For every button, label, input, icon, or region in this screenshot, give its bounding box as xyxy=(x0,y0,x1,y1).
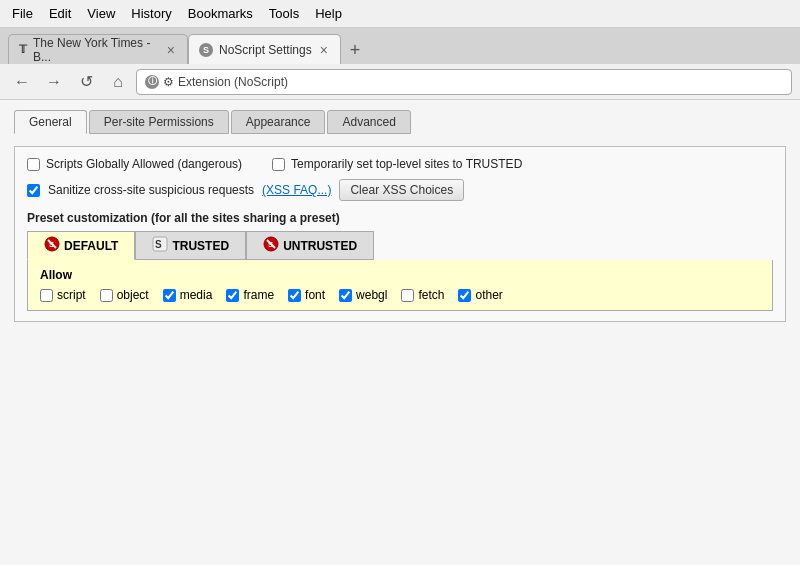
allow-other-checkbox[interactable] xyxy=(458,289,471,302)
xss-faq-link[interactable]: (XSS FAQ...) xyxy=(262,183,331,197)
allow-item-webgl: webgl xyxy=(339,288,387,302)
address-extension-icon: ⚙ xyxy=(163,75,174,89)
menu-history[interactable]: History xyxy=(123,4,179,23)
preset-default-blocked-icon: S xyxy=(44,236,60,255)
menu-help[interactable]: Help xyxy=(307,4,350,23)
clear-xss-button[interactable]: Clear XSS Choices xyxy=(339,179,464,201)
preset-tab-trusted-label: TRUSTED xyxy=(172,239,229,253)
allow-title: Allow xyxy=(40,268,760,282)
scripts-globally-label: Scripts Globally Allowed (dangerous) xyxy=(46,157,242,171)
allow-item-fetch: fetch xyxy=(401,288,444,302)
allow-media-checkbox[interactable] xyxy=(163,289,176,302)
temp-trusted-label: Temporarily set top-level sites to TRUST… xyxy=(291,157,522,171)
sanitize-checkbox[interactable] xyxy=(27,184,40,197)
svg-text:S: S xyxy=(49,240,55,249)
tab-noscript[interactable]: S NoScript Settings × xyxy=(188,34,341,64)
tab-general[interactable]: General xyxy=(14,110,87,134)
preset-tabs: S DEFAULT S TRUSTED xyxy=(27,231,773,260)
allow-script-checkbox[interactable] xyxy=(40,289,53,302)
back-button[interactable]: ← xyxy=(8,68,36,96)
svg-text:S: S xyxy=(155,239,162,250)
tab-appearance[interactable]: Appearance xyxy=(231,110,326,134)
allow-item-other: other xyxy=(458,288,502,302)
preset-tab-default-label: DEFAULT xyxy=(64,239,118,253)
settings-page: General Per-site Permissions Appearance … xyxy=(0,100,800,565)
svg-text:S: S xyxy=(268,240,274,249)
tab-nyt-close[interactable]: × xyxy=(165,42,177,58)
tab-nyt[interactable]: 𝕋 The New York Times - B... × xyxy=(8,34,188,64)
scripts-globally-row: Scripts Globally Allowed (dangerous) xyxy=(27,157,242,171)
preset-tab-default[interactable]: S DEFAULT xyxy=(27,231,135,260)
allow-item-media: media xyxy=(163,288,213,302)
temp-trusted-row: Temporarily set top-level sites to TRUST… xyxy=(272,157,522,171)
blocked-svg-default: S xyxy=(44,236,60,252)
tab-per-site[interactable]: Per-site Permissions xyxy=(89,110,229,134)
menu-bookmarks[interactable]: Bookmarks xyxy=(180,4,261,23)
preset-tab-trusted[interactable]: S TRUSTED xyxy=(135,231,246,260)
tabbar: 𝕋 The New York Times - B... × S NoScript… xyxy=(0,28,800,64)
allow-font-label: font xyxy=(305,288,325,302)
tab-noscript-label: NoScript Settings xyxy=(219,43,312,57)
allow-fetch-checkbox[interactable] xyxy=(401,289,414,302)
forward-icon: → xyxy=(46,73,62,91)
preset-tab-untrusted-label: UNTRUSTED xyxy=(283,239,357,253)
forward-button[interactable]: → xyxy=(40,68,68,96)
allow-font-checkbox[interactable] xyxy=(288,289,301,302)
allow-item-frame: frame xyxy=(226,288,274,302)
preset-untrusted-blocked-icon: S xyxy=(263,236,279,255)
allow-other-label: other xyxy=(475,288,502,302)
home-icon: ⌂ xyxy=(113,73,123,91)
tab-noscript-favicon: S xyxy=(199,43,213,57)
reload-button[interactable]: ↺ xyxy=(72,68,100,96)
allow-item-font: font xyxy=(288,288,325,302)
menu-edit[interactable]: Edit xyxy=(41,4,79,23)
reload-icon: ↺ xyxy=(80,72,93,91)
tab-nyt-label: The New York Times - B... xyxy=(33,36,159,64)
allow-frame-checkbox[interactable] xyxy=(226,289,239,302)
temp-trusted-checkbox[interactable] xyxy=(272,158,285,171)
address-info-icon: ⓘ xyxy=(145,75,159,89)
preset-title: Preset customization (for all the sites … xyxy=(27,211,773,225)
address-text: Extension (NoScript) xyxy=(178,75,288,89)
blocked-svg-untrusted: S xyxy=(263,236,279,252)
menubar: File Edit View History Bookmarks Tools H… xyxy=(0,0,800,28)
allow-item-object: object xyxy=(100,288,149,302)
sanitize-label: Sanitize cross-site suspicious requests xyxy=(48,183,254,197)
new-tab-button[interactable]: + xyxy=(341,36,369,64)
address-bar[interactable]: ⓘ ⚙ Extension (NoScript) xyxy=(136,69,792,95)
back-icon: ← xyxy=(14,73,30,91)
allow-fetch-label: fetch xyxy=(418,288,444,302)
home-button[interactable]: ⌂ xyxy=(104,68,132,96)
tab-noscript-close[interactable]: × xyxy=(318,42,330,58)
allow-checkboxes: script object media frame xyxy=(40,288,760,302)
sanitize-row: Sanitize cross-site suspicious requests … xyxy=(27,179,773,201)
allow-object-label: object xyxy=(117,288,149,302)
toolbar: ← → ↺ ⌂ ⓘ ⚙ Extension (NoScript) xyxy=(0,64,800,100)
preset-tab-untrusted[interactable]: S UNTRUSTED xyxy=(246,231,374,260)
s-svg-trusted: S xyxy=(152,236,168,252)
preset-trusted-icon: S xyxy=(152,236,168,255)
menu-view[interactable]: View xyxy=(79,4,123,23)
allow-section: Allow script object media xyxy=(27,260,773,311)
allow-frame-label: frame xyxy=(243,288,274,302)
menu-file[interactable]: File xyxy=(4,4,41,23)
scripts-globally-checkbox[interactable] xyxy=(27,158,40,171)
tab-nyt-favicon: 𝕋 xyxy=(19,43,27,56)
settings-content: Scripts Globally Allowed (dangerous) Tem… xyxy=(14,146,786,322)
allow-object-checkbox[interactable] xyxy=(100,289,113,302)
allow-item-script: script xyxy=(40,288,86,302)
preset-section: Preset customization (for all the sites … xyxy=(27,211,773,311)
allow-script-label: script xyxy=(57,288,86,302)
allow-webgl-checkbox[interactable] xyxy=(339,289,352,302)
settings-tabs: General Per-site Permissions Appearance … xyxy=(14,110,786,134)
browser-content: General Per-site Permissions Appearance … xyxy=(0,100,800,565)
allow-webgl-label: webgl xyxy=(356,288,387,302)
tab-advanced[interactable]: Advanced xyxy=(327,110,410,134)
allow-media-label: media xyxy=(180,288,213,302)
menu-tools[interactable]: Tools xyxy=(261,4,307,23)
